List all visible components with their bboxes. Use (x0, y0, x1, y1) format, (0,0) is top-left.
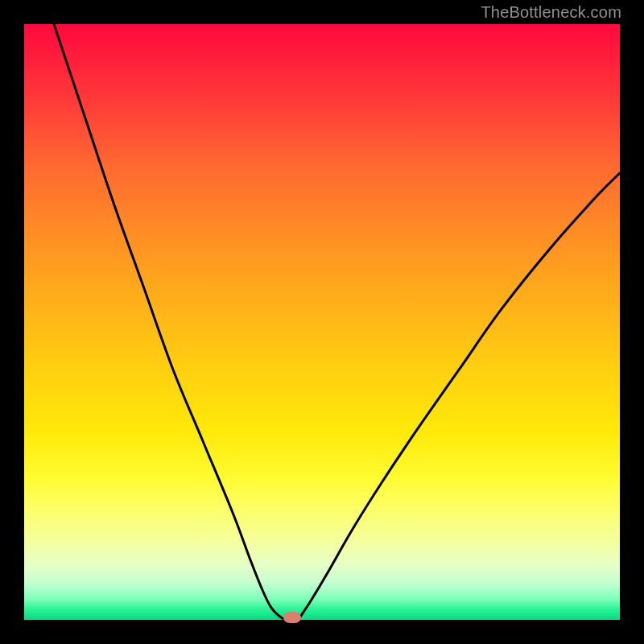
bottleneck-curve-left (54, 24, 287, 620)
plot-area (24, 24, 620, 620)
bottleneck-curve-right (298, 173, 620, 620)
chart-frame: TheBottleneck.com (0, 0, 644, 644)
optimum-marker (283, 612, 301, 623)
watermark-text: TheBottleneck.com (481, 3, 621, 22)
curve-layer (24, 24, 620, 620)
